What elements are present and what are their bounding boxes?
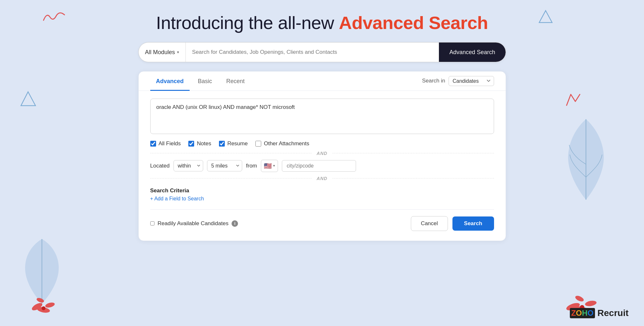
flag-emoji: 🇺🇸	[264, 162, 272, 170]
deco-leaf-left	[19, 236, 64, 307]
other-attachments-label: Other Attachments	[264, 140, 309, 147]
search-criteria-section: Search Criteria + Add a Field to Search	[139, 185, 506, 206]
svg-point-5	[36, 297, 45, 303]
search-in-label: Search in	[422, 78, 445, 84]
all-modules-button[interactable]: All Modules ▾	[139, 43, 186, 62]
tabs-left: Advanced Basic Recent	[150, 72, 251, 91]
readily-available-label: Readily Available Candidates	[158, 220, 229, 227]
resume-label: Resume	[227, 140, 248, 147]
readily-available-checkbox[interactable]	[150, 221, 154, 225]
svg-point-10	[574, 295, 584, 303]
svg-point-2	[31, 302, 43, 312]
located-label: Located	[150, 163, 170, 169]
search-criteria-title: Search Criteria	[150, 187, 494, 194]
all-fields-checkbox[interactable]	[150, 141, 156, 147]
divider-line	[150, 209, 494, 210]
checkboxes-row: All Fields Notes Resume Other Attachment…	[139, 140, 506, 147]
tabs-row: Advanced Basic Recent Search in Candidat…	[139, 72, 506, 91]
bottom-row: Readily Available Candidates i Cancel Se…	[139, 214, 506, 231]
svg-point-3	[37, 306, 50, 314]
zoho-box: ZOHO	[570, 308, 595, 318]
notes-label: Notes	[197, 140, 211, 147]
and-divider-2: AND	[150, 176, 494, 181]
other-attachments-checkbox[interactable]	[255, 141, 261, 147]
info-icon[interactable]: i	[232, 220, 238, 227]
tab-basic[interactable]: Basic	[192, 72, 218, 91]
zoho-recruit-logo: ZOHO Recruit	[570, 308, 629, 318]
advanced-search-button[interactable]: Advanced Search	[439, 43, 505, 62]
page-title: Introducing the all-new Advanced Search	[156, 12, 488, 33]
query-textarea[interactable]: oracle AND (unix OR linux) AND manage* N…	[150, 99, 494, 134]
cancel-button[interactable]: Cancel	[411, 216, 448, 231]
distance-select[interactable]: 5 miles 10 miles 25 miles 50 miles 100 m…	[207, 160, 242, 171]
search-in-select[interactable]: Candidates Contacts Job Openings Clients	[449, 76, 494, 86]
svg-point-4	[45, 302, 55, 308]
bottom-buttons: Cancel Search	[411, 216, 494, 231]
notes-checkbox-item[interactable]: Notes	[188, 140, 211, 147]
flag-caret-icon: ▾	[273, 164, 275, 168]
from-label: from	[246, 163, 257, 169]
and-label-1: AND	[312, 151, 332, 156]
add-field-to-search-link[interactable]: + Add a Field to Search	[150, 196, 204, 201]
resume-checkbox-item[interactable]: Resume	[219, 140, 248, 147]
and-divider-1: AND	[150, 151, 494, 156]
city-zipcode-input[interactable]	[282, 160, 356, 172]
location-row: Located within outside 5 miles 10 miles …	[139, 160, 506, 172]
readily-available-checkbox-item[interactable]: Readily Available Candidates i	[150, 220, 238, 227]
tab-recent[interactable]: Recent	[221, 72, 251, 91]
all-modules-caret-icon: ▾	[177, 50, 179, 54]
tab-advanced[interactable]: Advanced	[150, 72, 190, 91]
deco-flowers-left	[29, 287, 61, 320]
and-label-2: AND	[312, 176, 332, 181]
search-bar-container: All Modules ▾ Advanced Search	[138, 42, 506, 62]
main-search-input[interactable]	[186, 49, 439, 55]
search-button[interactable]: Search	[452, 216, 494, 231]
notes-checkbox[interactable]	[188, 141, 194, 147]
tabs-right: Search in Candidates Contacts Job Openin…	[422, 76, 494, 86]
svg-point-6	[42, 306, 45, 310]
other-attachments-checkbox-item[interactable]: Other Attachments	[255, 140, 309, 147]
resume-checkbox[interactable]	[219, 141, 225, 147]
advanced-search-card: Advanced Basic Recent Search in Candidat…	[138, 71, 506, 241]
recruit-text: Recruit	[598, 308, 629, 318]
within-select[interactable]: within outside	[173, 160, 203, 171]
all-fields-checkbox-item[interactable]: All Fields	[150, 140, 181, 147]
flag-select[interactable]: 🇺🇸 ▾	[261, 160, 278, 172]
all-fields-label: All Fields	[159, 140, 181, 147]
svg-point-9	[585, 300, 597, 307]
